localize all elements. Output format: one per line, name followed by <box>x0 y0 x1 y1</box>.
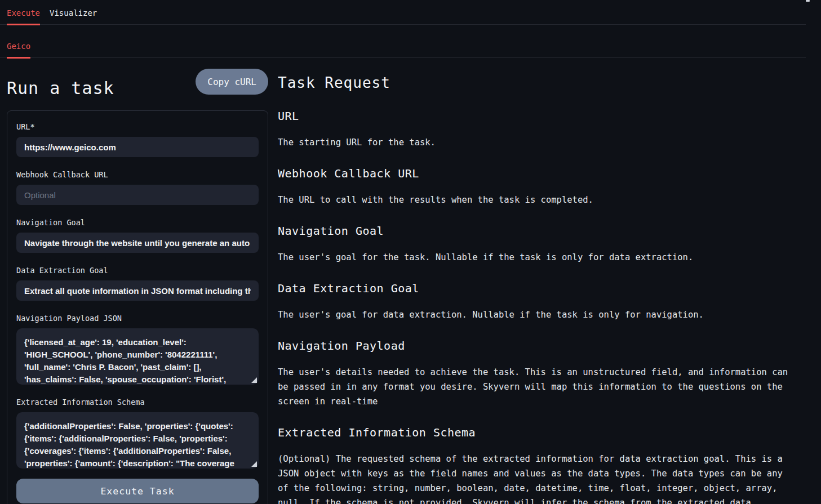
tab-geico[interactable]: Geico <box>7 42 30 59</box>
docs-title: Task Request <box>278 73 796 92</box>
navigation-payload-textarea[interactable]: {'licensed_at_age': 19, 'education_level… <box>16 328 259 385</box>
doc-heading: Data Extraction Goal <box>278 281 796 296</box>
navigation-payload-label: Navigation Payload JSON <box>16 314 259 323</box>
main-content: Run a task Copy cURL URL* Webhook Callba… <box>0 58 821 504</box>
data-extraction-goal-field-group: Data Extraction Goal <box>16 266 259 301</box>
tab-execute[interactable]: Execute <box>7 8 40 25</box>
navigation-goal-field-group: Navigation Goal <box>16 218 259 253</box>
doc-section-navigation-goal: Navigation Goal The user's goal for the … <box>278 224 796 265</box>
extracted-schema-textarea[interactable]: {'additionalProperties': False, 'propert… <box>16 412 259 469</box>
secondary-tab-bar: Geico <box>0 25 806 58</box>
doc-heading: URL <box>278 109 796 123</box>
task-request-docs-panel: Task Request URL The starting URL for th… <box>278 58 796 504</box>
extracted-schema-label: Extracted Information Schema <box>16 398 259 407</box>
data-extraction-goal-label: Data Extraction Goal <box>16 266 259 275</box>
execute-task-button[interactable]: Execute Task <box>16 479 259 503</box>
data-extraction-goal-input[interactable] <box>16 280 259 301</box>
navigation-goal-label: Navigation Goal <box>16 218 259 228</box>
webhook-input[interactable] <box>16 185 259 205</box>
extracted-schema-wrap: {'additionalProperties': False, 'propert… <box>16 412 259 469</box>
doc-body: The URL to call with the results when th… <box>278 193 796 207</box>
webhook-field-group: Webhook Callback URL <box>16 170 259 205</box>
navigation-payload-wrap: {'licensed_at_age': 19, 'education_level… <box>16 328 259 385</box>
doc-section-url: URL The starting URL for the task. <box>278 109 796 150</box>
doc-body: The user's goal for the task. Nullable i… <box>278 250 796 265</box>
url-input[interactable] <box>16 137 259 157</box>
task-form-card: URL* Webhook Callback URL Navigation Goa… <box>7 110 268 504</box>
navigation-payload-field-group: Navigation Payload JSON {'licensed_at_ag… <box>16 314 259 385</box>
doc-body: The starting URL for the task. <box>278 135 796 150</box>
doc-section-extracted-schema: Extracted Information Schema (Optional) … <box>278 425 796 504</box>
page-title: Run a task <box>7 78 114 99</box>
doc-body: The user's details needed to achieve the… <box>278 365 796 409</box>
url-field-group: URL* <box>16 122 259 157</box>
doc-heading: Navigation Payload <box>278 338 796 353</box>
doc-section-data-extraction-goal: Data Extraction Goal The user's goal for… <box>278 281 796 322</box>
tab-visualizer[interactable]: Visualizer <box>50 8 97 25</box>
doc-body: (Optional) The requested schema of the e… <box>278 452 796 504</box>
extracted-schema-field-group: Extracted Information Schema {'additiona… <box>16 398 259 469</box>
doc-heading: Webhook Callback URL <box>278 166 796 181</box>
form-header: Run a task Copy cURL <box>7 69 268 99</box>
webhook-label: Webhook Callback URL <box>16 170 259 180</box>
doc-heading: Extracted Information Schema <box>278 425 796 440</box>
primary-tab-bar: Execute Visualizer <box>0 0 806 25</box>
navigation-goal-input[interactable] <box>16 233 259 253</box>
scrollbar-thumb[interactable] <box>806 0 810 2</box>
url-label: URL* <box>16 122 259 132</box>
task-form-panel: Run a task Copy cURL URL* Webhook Callba… <box>7 58 268 504</box>
doc-section-webhook: Webhook Callback URL The URL to call wit… <box>278 166 796 207</box>
doc-body: The user's goal for data extraction. Nul… <box>278 307 796 322</box>
copy-curl-button[interactable]: Copy cURL <box>196 69 268 95</box>
doc-section-navigation-payload: Navigation Payload The user's details ne… <box>278 338 796 409</box>
doc-heading: Navigation Goal <box>278 224 796 238</box>
